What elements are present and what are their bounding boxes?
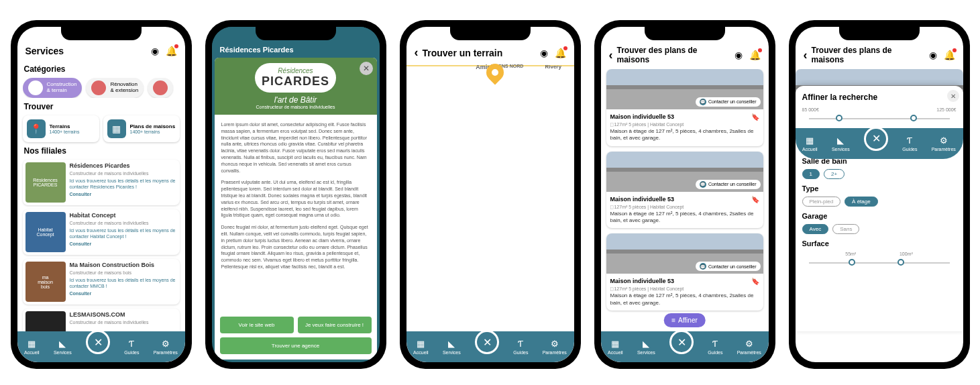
nav-parametres[interactable]: ⚙Paramètres (154, 339, 178, 355)
page-title: Trouver des plans de maisons (617, 46, 730, 65)
nav-accueil[interactable]: ▦Accueil (24, 339, 40, 355)
plan-card[interactable]: 💬Contacter un conseiller Maison individu… (606, 233, 763, 311)
compass-icon[interactable]: ◉ (734, 50, 743, 60)
filiale-card[interactable]: RésidencesPICARDESRésidences PicardesCon… (23, 160, 180, 205)
notch (61, 25, 142, 40)
nav-guides[interactable]: ƬGuides (124, 339, 139, 355)
slogan: l'art de Bâtir (220, 95, 372, 105)
nav-accueil[interactable]: ▦Accueil (608, 339, 623, 355)
navbar: ▦Accueil ◣Services ✕ ƬGuides ⚙Paramètres (406, 331, 574, 362)
filiale-logo: HabitatConcept (25, 212, 66, 252)
back-icon[interactable]: ‹ (609, 48, 613, 62)
nav-guides[interactable]: ƬGuides (902, 135, 917, 152)
floorplan-icon: ⎕ (610, 122, 613, 127)
nav-center-button[interactable]: ✕ (86, 330, 110, 354)
phone-3: ‹ Trouver un terrain ◉🔔 Amiens AMIENS NO… (400, 20, 581, 369)
nav-guides[interactable]: ƬGuides (513, 339, 528, 355)
pill-etage[interactable]: À étage (845, 197, 878, 207)
sheet-title: Affiner la recherche (802, 93, 957, 102)
categories-title: Catégories (24, 64, 178, 74)
filiale-logo (25, 311, 66, 331)
nav-services[interactable]: ◣Services (832, 135, 850, 152)
contact-badge[interactable]: 💬Contacter un conseiller (696, 180, 761, 189)
nav-accueil[interactable]: ▦Accueil (802, 135, 818, 152)
plan-card[interactable]: 💬Contacter un conseiller Maison individu… (606, 69, 763, 146)
contact-badge[interactable]: 💬Contacter un conseiller (696, 262, 761, 271)
bell-icon[interactable]: 🔔 (749, 50, 761, 60)
plan-card[interactable]: 💬Contacter un conseiller Maison individu… (606, 152, 763, 229)
nav-center-button[interactable]: ✕ (864, 127, 888, 151)
pill-plein-pied[interactable]: Plein-pied (802, 197, 841, 207)
nav-services[interactable]: ◣Services (637, 339, 655, 355)
chip-more[interactable] (148, 78, 173, 98)
nav-center-button[interactable]: ✕ (669, 330, 694, 354)
pin-icon: 📍 (27, 119, 46, 138)
consulter-link[interactable]: Consulter (70, 290, 177, 296)
nav-accueil[interactable]: ▦Accueil (413, 339, 429, 355)
notch (450, 25, 531, 40)
guides-icon: Ƭ (129, 339, 134, 349)
close-icon[interactable]: ✕ (360, 62, 373, 75)
consulter-link[interactable]: Consulter (70, 241, 177, 247)
surface-slider[interactable] (802, 258, 957, 268)
price-slider[interactable] (802, 113, 957, 124)
find-plans[interactable]: ▦Plans de maisons1400+ terrains (103, 115, 180, 142)
bookmark-icon[interactable]: 🔖 (751, 196, 759, 203)
bookmark-icon[interactable]: 🔖 (751, 278, 759, 285)
pill-avec[interactable]: Avec (802, 224, 829, 234)
pill-sdb-2plus[interactable]: 2+ (824, 169, 845, 179)
hero: ✕ RésidencesPICARDES l'art de Bâtir Cons… (215, 58, 377, 115)
chip-renovation[interactable]: Rénovation& extension (86, 78, 144, 98)
compass-icon[interactable]: ◉ (540, 48, 548, 58)
bell-icon[interactable]: 🔔 (166, 46, 177, 56)
filiale-card[interactable]: LESMAISONS.COMConstructeur de maisons in… (23, 309, 180, 331)
chat-icon: 💬 (700, 99, 706, 105)
tools-icon (91, 80, 106, 95)
website-button[interactable]: Voir le site web (220, 317, 294, 333)
nav-services[interactable]: ◣Services (54, 339, 72, 355)
notch (839, 25, 920, 40)
compass-icon[interactable]: ◉ (929, 50, 937, 60)
navbar: ▦Accueil ◣Services ✕ ƬGuides ⚙Paramètres (17, 331, 185, 362)
filiale-logo: RésidencesPICARDES (25, 162, 66, 203)
district-label: Rivery (545, 64, 561, 70)
plan-image: 💬Contacter un conseiller (606, 69, 763, 109)
bell-icon[interactable]: 🔔 (555, 48, 566, 58)
nav-center-button[interactable]: ✕ (475, 330, 499, 354)
filter-sheet: ✕ Affiner la recherche 85 000€125 000€ C… (796, 86, 963, 331)
filiale-card[interactable]: mamaisonboisMa Maison Construction BoisC… (23, 259, 180, 305)
bell-icon[interactable]: 🔔 (944, 50, 955, 60)
category-chips: Construction& terrain Rénovation& extens… (23, 78, 180, 98)
phone-1: Services ◉ 🔔 Catégories Construction& te… (11, 20, 192, 369)
bookmark-icon[interactable]: 🔖 (751, 113, 759, 121)
nav-parametres[interactable]: ⚙Paramètres (932, 135, 956, 152)
chip-construction[interactable]: Construction& terrain (23, 78, 83, 98)
filiales-title: Nos filiales (24, 146, 178, 156)
plan-image: 💬Contacter un conseiller (606, 152, 763, 192)
nav-services[interactable]: ◣Services (443, 339, 461, 355)
more-icon (153, 80, 168, 95)
nav-parametres[interactable]: ⚙Paramètres (737, 339, 761, 355)
home-icon: ▦ (28, 339, 36, 349)
consulter-link[interactable]: Consulter (70, 191, 177, 197)
back-icon[interactable]: ‹ (415, 46, 419, 60)
close-icon[interactable]: ✕ (947, 90, 959, 102)
compass-icon[interactable]: ◉ (151, 46, 159, 56)
garage-label: Garage (802, 212, 957, 220)
pill-sans[interactable]: Sans (832, 224, 859, 234)
affiner-button[interactable]: ≡Affiner (663, 313, 706, 327)
notch (645, 25, 725, 40)
find-terrains[interactable]: 📍Terrains1400+ terrains (23, 115, 99, 142)
nav-guides[interactable]: ƬGuides (708, 339, 722, 355)
trouver-title: Trouver (24, 102, 178, 111)
phone-5: ‹ Trouver des plans de maisons ◉🔔 💬Conta… (789, 20, 970, 369)
build-button[interactable]: Je veux faire construire ! (298, 317, 372, 333)
agency-button[interactable]: Trouver une agence (220, 337, 372, 354)
pill-sdb-1[interactable]: 1 (802, 169, 820, 179)
brand-logo: RésidencesPICARDES (255, 63, 336, 93)
nav-parametres[interactable]: ⚙Paramètres (543, 339, 567, 355)
back-icon[interactable]: ‹ (804, 48, 808, 62)
services-icon: ◣ (59, 339, 66, 349)
contact-badge[interactable]: 💬Contacter un conseiller (696, 97, 761, 107)
filiale-card[interactable]: HabitatConceptHabitat ConceptConstructeu… (23, 209, 180, 255)
